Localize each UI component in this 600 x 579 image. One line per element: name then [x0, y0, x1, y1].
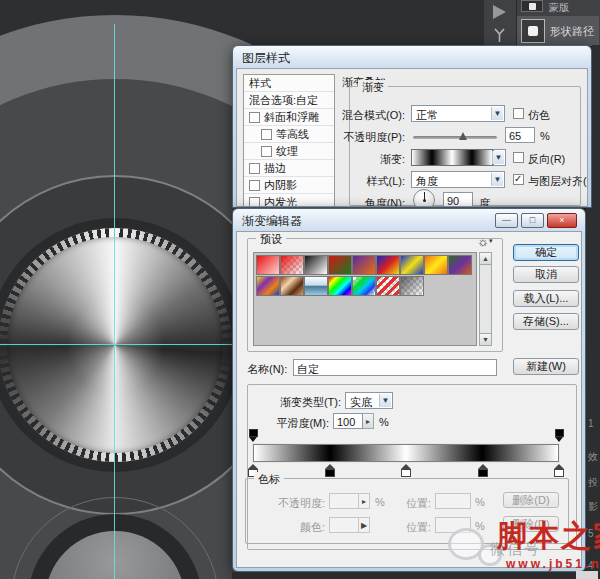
angle-dial[interactable]: [413, 189, 435, 207]
layer-style-dialog: 图层样式 样式 混合选项:自定 斜面和浮雕等高线纹理描边内阴影内发光 渐变叠加 …: [232, 45, 592, 208]
style-checkbox[interactable]: [261, 129, 272, 140]
metal-knob: [7, 237, 223, 453]
gradient-preset-swatch[interactable]: [256, 255, 280, 275]
delete-opacity-stop-button[interactable]: 删除(D): [503, 492, 559, 508]
gear-icon[interactable]: ☼▾: [477, 235, 492, 248]
stop-color-swatch[interactable]: [329, 517, 359, 533]
style-checkbox[interactable]: [249, 163, 260, 174]
gradient-preview-swatch[interactable]: [411, 149, 493, 166]
chevron-down-icon[interactable]: ▼: [379, 394, 391, 407]
path-row-selected[interactable]: 形状路径: [517, 16, 599, 46]
scroll-down-icon[interactable]: ▼: [480, 333, 491, 345]
maximize-button[interactable]: □: [521, 213, 544, 228]
gradient-preset-swatch[interactable]: [304, 255, 328, 275]
minimize-button[interactable]: —: [495, 213, 518, 228]
reverse-checkbox[interactable]: [513, 152, 524, 163]
color-stop[interactable]: [401, 464, 411, 477]
gradient-preset-swatch[interactable]: [256, 276, 280, 296]
styles-list: 样式 混合选项:自定 斜面和浮雕等高线纹理描边内阴影内发光: [243, 74, 335, 207]
opacity-slider-thumb[interactable]: [459, 132, 467, 140]
angle-value-field[interactable]: 90: [443, 192, 473, 207]
name-field[interactable]: 自定: [293, 359, 497, 376]
gradient-preset-swatch[interactable]: [376, 276, 400, 296]
spinner-arrow-icon[interactable]: ▸: [359, 493, 370, 509]
style-item[interactable]: 纹理: [244, 143, 334, 160]
shape-path-thumbnail[interactable]: [521, 19, 545, 43]
gradient-preset-swatch[interactable]: [280, 255, 304, 275]
layers-panel-sliver: 1效投影54: [586, 208, 600, 579]
color-stop[interactable]: [325, 464, 335, 477]
horizontal-guide: [0, 344, 232, 345]
panel-glyph: 影: [588, 500, 598, 514]
new-button[interactable]: 新建(W): [513, 358, 579, 375]
paths-panel: 蒙版 形状路径: [484, 0, 600, 46]
cancel-button[interactable]: 取消: [513, 266, 579, 283]
opacity-stop[interactable]: [249, 429, 258, 441]
gradient-preset-swatch[interactable]: [448, 255, 472, 275]
opacity-slider[interactable]: [413, 136, 497, 139]
style-checkbox[interactable]: [249, 112, 260, 123]
style-item[interactable]: 等高线: [244, 126, 334, 143]
stop-location-field2[interactable]: [435, 517, 471, 533]
gradient-preset-swatch[interactable]: [304, 276, 328, 296]
gradient-editor-title: 渐变编辑器: [242, 213, 302, 230]
style-item[interactable]: 斜面和浮雕: [244, 109, 334, 126]
smoothness-field[interactable]: 100: [333, 413, 363, 429]
style-checkbox[interactable]: [249, 180, 260, 191]
ok-button[interactable]: 确定: [513, 244, 579, 261]
color-picker-arrow-icon[interactable]: ▶: [359, 517, 370, 533]
stop-opacity-field[interactable]: [329, 493, 359, 509]
vertical-guide: [114, 24, 115, 579]
style-select[interactable]: 角度▼: [411, 171, 505, 188]
presets-scrollbar[interactable]: ▲ ▼: [479, 252, 492, 346]
path-anchor-icon[interactable]: [492, 28, 507, 43]
path-row[interactable]: 蒙版: [517, 0, 599, 13]
gradient-preset-swatch[interactable]: [328, 255, 352, 275]
style-item[interactable]: 内发光: [244, 194, 334, 207]
gradient-type-select[interactable]: 实底▼: [345, 392, 393, 409]
style-item[interactable]: 描边: [244, 160, 334, 177]
gradient-preset-swatch[interactable]: [424, 255, 448, 275]
scroll-up-icon[interactable]: ▲: [480, 253, 491, 265]
chevron-down-icon[interactable]: ▼: [491, 173, 503, 186]
chevron-down-icon[interactable]: ▼: [492, 151, 504, 164]
align-with-layer-checkbox[interactable]: [513, 174, 524, 185]
opacity-stop[interactable]: [555, 429, 564, 441]
name-label: 名称(N):: [247, 362, 287, 377]
style-checkbox[interactable]: [261, 146, 272, 157]
gradient-preset-swatch[interactable]: [328, 276, 352, 296]
color-stop[interactable]: [554, 464, 564, 477]
gradient-preset-swatch[interactable]: [400, 276, 424, 296]
spinner-arrow-icon[interactable]: ▸: [363, 413, 374, 429]
preset-grid: [253, 252, 477, 346]
style-item[interactable]: 内阴影: [244, 177, 334, 194]
chevron-down-icon[interactable]: ▼: [491, 107, 503, 120]
delete-color-stop-button[interactable]: 删除(D): [503, 516, 559, 532]
angle-unit: 度: [479, 196, 490, 207]
stop-location-field[interactable]: [435, 493, 471, 509]
color-stop[interactable]: [478, 464, 488, 477]
layer-style-dialog-title: 图层样式: [242, 50, 290, 67]
gradient-preset-swatch[interactable]: [376, 255, 400, 275]
save-button[interactable]: 存储(S)...: [513, 313, 579, 330]
play-icon[interactable]: [493, 5, 506, 19]
blend-mode-select[interactable]: 正常▼: [411, 105, 505, 122]
smoothness-label: 平滑度(M):: [257, 416, 329, 431]
blending-options-item[interactable]: 混合选项:自定: [244, 92, 334, 109]
close-button[interactable]: ×: [547, 213, 577, 228]
path-thumbnail[interactable]: [521, 0, 543, 12]
load-button[interactable]: 载入(L)...: [513, 290, 579, 307]
panel-sliver-top: [592, 45, 600, 208]
style-checkbox[interactable]: [249, 197, 260, 207]
dither-checkbox[interactable]: [513, 108, 524, 119]
align-with-layer-label: 与图层对齐(I): [528, 174, 588, 189]
blend-mode-label: 混合模式(O):: [337, 108, 405, 123]
gradient-picker-arrow[interactable]: ▼: [493, 149, 506, 166]
gradient-preset-swatch[interactable]: [352, 255, 376, 275]
gradient-bar[interactable]: [253, 444, 559, 462]
gradient-preset-swatch[interactable]: [400, 255, 424, 275]
stop-location-label: 位置:: [399, 496, 431, 511]
gradient-preset-swatch[interactable]: [280, 276, 304, 296]
gradient-preset-swatch[interactable]: [352, 276, 376, 296]
opacity-value-field[interactable]: 65: [505, 127, 535, 143]
